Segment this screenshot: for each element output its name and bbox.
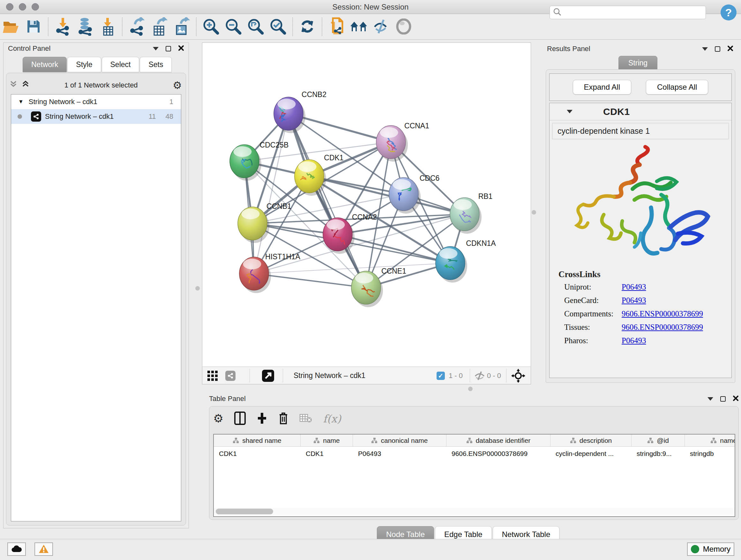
gene-section-header[interactable]: CDK1	[549, 103, 731, 120]
show-columns-button[interactable]	[234, 412, 246, 426]
glass-ball-effect-button[interactable]	[393, 17, 415, 37]
delete-table-button[interactable]	[299, 413, 312, 424]
selected-checkbox[interactable]: ✓	[436, 367, 445, 384]
string-home-button[interactable]	[348, 17, 370, 37]
network-node-cdc25b[interactable]: CDC25B	[230, 141, 288, 181]
collapse-all-button[interactable]: Collapse All	[646, 80, 708, 95]
left-splitter-handle[interactable]	[195, 286, 200, 291]
toggle-string-labels-button[interactable]	[370, 17, 393, 37]
network-node-rb1[interactable]: RB1	[450, 192, 492, 234]
control-panel: Control Panel Network Style Select Sets …	[3, 43, 189, 528]
column-type-icon	[711, 437, 717, 444]
panel-float-icon[interactable]	[715, 46, 720, 52]
panel-menu-icon[interactable]	[153, 47, 158, 51]
import-network-file-button[interactable]	[52, 17, 74, 37]
table-cell[interactable]: P06493	[353, 447, 447, 461]
gear-icon[interactable]: ⚙	[173, 80, 182, 90]
tab-network[interactable]: Network	[23, 57, 67, 72]
birdseye-toggle-button[interactable]	[207, 367, 218, 384]
table-cell[interactable]: CDK1	[300, 447, 353, 461]
panel-menu-icon[interactable]	[708, 397, 713, 401]
tab-string[interactable]: String	[618, 56, 657, 70]
table-horizontal-scrollbar[interactable]	[214, 508, 735, 515]
pharos-link[interactable]: P06493	[622, 336, 646, 345]
search-input[interactable]	[561, 9, 705, 17]
network-node-ccne1[interactable]: CCNE1	[351, 267, 406, 307]
create-column-button[interactable]	[257, 412, 267, 426]
panel-menu-icon[interactable]	[702, 47, 708, 51]
zoom-fit-button[interactable]	[245, 17, 267, 37]
import-string-network-button[interactable]	[326, 17, 348, 37]
network-share-icon	[31, 111, 41, 122]
refresh-button[interactable]	[296, 17, 319, 37]
import-network-database-button[interactable]	[74, 17, 96, 37]
delete-column-button[interactable]	[278, 412, 288, 426]
genecard-link[interactable]: P06493	[622, 296, 646, 305]
column-header-shared-name[interactable]: shared name	[214, 435, 300, 446]
network-edge[interactable]	[288, 114, 366, 288]
warnings-button[interactable]	[35, 543, 53, 556]
column-header-canonical-name[interactable]: canonical name	[353, 435, 447, 446]
open-in-new-window-button[interactable]	[262, 367, 274, 384]
tab-style[interactable]: Style	[67, 57, 101, 72]
network-row[interactable]: String Network – cdk1 11 48	[11, 109, 181, 124]
cloud-status-button[interactable]	[7, 543, 26, 556]
network-edge[interactable]	[254, 114, 288, 273]
scrollbar-thumb[interactable]	[216, 509, 273, 514]
network-node-hist1h1a[interactable]: HIST1H1A	[239, 253, 300, 293]
node-label: HIST1H1A	[265, 253, 300, 261]
network-node-ccnb2[interactable]: CCNB2	[274, 90, 327, 133]
expand-all-button[interactable]: Expand All	[573, 80, 631, 95]
column-header--id[interactable]: @id	[631, 435, 685, 446]
export-table-button[interactable]	[148, 17, 171, 37]
network-edge[interactable]	[254, 214, 465, 273]
collection-expand-icon[interactable]: ▼	[18, 99, 23, 105]
function-builder-button[interactable]: f(x)	[323, 413, 341, 425]
network-collection-row[interactable]: ▼ String Network – cdk1 1	[11, 95, 181, 109]
memory-button[interactable]: Memory	[687, 543, 734, 556]
save-session-button[interactable]	[22, 17, 45, 37]
export-table-icon	[151, 17, 167, 37]
panel-close-icon[interactable]	[733, 395, 739, 402]
network-node-cdc6[interactable]: CDC6	[389, 174, 440, 213]
column-header-database-identifier[interactable]: database identifier	[447, 435, 550, 446]
compartments-link[interactable]: 9606.ENSP00000378699	[622, 309, 703, 318]
panel-float-icon[interactable]	[165, 46, 171, 51]
zoom-out-button[interactable]	[222, 17, 245, 37]
open-session-button[interactable]	[0, 17, 22, 37]
export-image-button[interactable]	[171, 17, 193, 37]
table-cell[interactable]: stringdb	[685, 447, 735, 461]
hidden-eye-icon[interactable]	[474, 367, 485, 384]
panel-close-icon[interactable]	[178, 45, 184, 52]
import-table-button[interactable]	[96, 17, 119, 37]
help-button[interactable]: ?	[721, 4, 737, 20]
tissues-link[interactable]: 9606.ENSP00000378699	[622, 323, 703, 332]
network-canvas[interactable]: CCNB2CCNA1CDC25BCDK1CDC6RB1CCNB1CCNA2CDK…	[202, 43, 531, 367]
network-share-badge-icon[interactable]	[225, 367, 235, 384]
column-header-name[interactable]: name	[300, 435, 353, 446]
tab-sets[interactable]: Sets	[140, 57, 172, 72]
tab-select[interactable]: Select	[102, 57, 139, 72]
table-cell[interactable]: cyclin-dependent ...	[550, 447, 631, 461]
collapse-all-networks-icon[interactable]	[10, 80, 17, 90]
right-splitter-handle[interactable]	[532, 210, 536, 214]
table-options-button[interactable]: ⚙	[213, 414, 223, 424]
panel-float-icon[interactable]	[720, 396, 726, 401]
export-network-button[interactable]	[126, 17, 148, 37]
fit-content-crosshair-button[interactable]	[511, 367, 525, 384]
column-header-description[interactable]: description	[550, 435, 631, 446]
table-row[interactable]: CDK1CDK1P064939606.ENSP00000378699cyclin…	[214, 447, 735, 461]
network-node-cdkn1a[interactable]: CDKN1A	[435, 239, 496, 283]
table-cell[interactable]: 9606.ENSP00000378699	[447, 447, 550, 461]
network-node-ccna1[interactable]: CCNA1	[376, 122, 429, 162]
section-collapse-icon[interactable]	[567, 110, 572, 113]
column-header-namespace[interactable]: namespace	[685, 435, 735, 446]
zoom-selected-button[interactable]	[267, 17, 289, 37]
table-cell[interactable]: stringdb:9...	[631, 447, 685, 461]
table-cell[interactable]: CDK1	[214, 447, 300, 461]
zoom-in-button[interactable]	[200, 17, 222, 37]
expand-all-networks-icon[interactable]	[22, 80, 29, 90]
bottom-splitter-handle[interactable]	[468, 387, 473, 391]
panel-close-icon[interactable]	[727, 45, 733, 53]
uniprot-link[interactable]: P06493	[622, 283, 646, 292]
